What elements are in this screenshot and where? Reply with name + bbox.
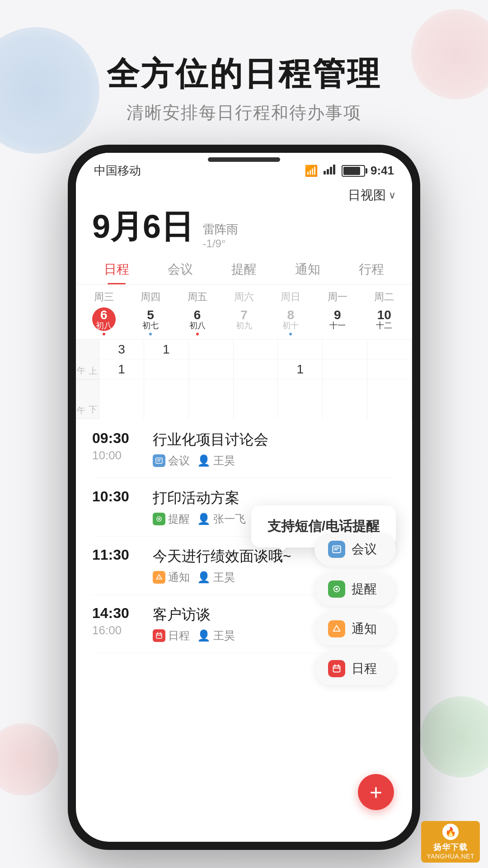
cal-col-4: 1	[278, 340, 323, 419]
week-header: 周三 6初八 周四 5初七	[80, 290, 408, 335]
wifi-icon: 📶	[305, 165, 318, 177]
svg-rect-12	[156, 633, 162, 638]
bg-decoration-green	[420, 696, 488, 778]
weather-temp: -1/9°	[203, 237, 238, 250]
watermark-icon: 🔥	[442, 824, 459, 840]
cal-col-2	[189, 340, 234, 419]
date-header: 9月6日 雷阵雨 -1/9°	[76, 206, 412, 254]
weather-info: 雷阵雨 -1/9°	[203, 222, 238, 250]
notify-icon-2	[153, 571, 165, 584]
cal-col-6	[367, 340, 412, 419]
reminder-icon-1	[153, 513, 165, 525]
carrier-label: 中国移动	[94, 163, 141, 179]
week-day-sat[interactable]: 周六 7初九	[221, 290, 267, 335]
schedule-time-0: 09:30 10:00	[92, 430, 142, 462]
tab-bar: 日程 会议 提醒 通知 行程	[76, 254, 412, 285]
week-day-fri[interactable]: 周五 6初八	[174, 290, 221, 335]
tab-meeting[interactable]: 会议	[149, 254, 212, 284]
svg-rect-18	[334, 549, 338, 550]
time-label-afternoon: 下午	[76, 379, 99, 419]
time-label-morning: 上午	[76, 340, 99, 379]
schedule-icon-3	[153, 629, 165, 642]
battery-icon	[342, 165, 365, 177]
phone-notch	[208, 157, 280, 162]
hero-section: 全方位的日程管理 清晰安排每日行程和待办事项	[0, 0, 488, 124]
svg-point-20	[336, 588, 338, 590]
svg-rect-6	[157, 461, 160, 462]
phone-screen: 中国移动 📶 9:41	[76, 153, 412, 842]
quick-btn-schedule[interactable]: 日程	[314, 652, 396, 685]
week-calendar: 周三 6初八 周四 5初七	[76, 285, 412, 339]
phone-frame: 中国移动 📶 9:41	[68, 145, 420, 850]
schedule-item-0[interactable]: 09:30 10:00 行业化项目讨论会 会议	[92, 420, 396, 478]
chevron-down-icon: ∨	[389, 189, 396, 201]
quick-schedule-icon	[328, 660, 345, 677]
quick-notify-label: 通知	[352, 620, 377, 637]
person-3: 👤 王昊	[197, 628, 235, 643]
status-icons: 📶 9:41	[305, 164, 394, 178]
tag-reminder-1: 提醒	[153, 512, 190, 526]
watermark: 🔥 扬华下载 YANGHUA.NET	[421, 821, 480, 863]
cal-col-0: 3 1	[99, 340, 144, 419]
weather-condition: 雷阵雨	[203, 222, 238, 237]
app-header: 日视图 ∨	[76, 183, 412, 206]
tag-notify-2: 通知	[153, 570, 190, 585]
week-day-wed[interactable]: 周三 6初八	[80, 290, 127, 335]
view-label: 日视图	[348, 187, 386, 204]
quick-reminder-icon	[328, 580, 345, 598]
cal-col-3	[234, 340, 278, 419]
person-0: 👤 王昊	[197, 453, 235, 468]
quick-btn-reminder[interactable]: 提醒	[314, 572, 396, 606]
week-day-mon[interactable]: 周一 9十一	[314, 290, 361, 335]
svg-rect-22	[333, 666, 340, 672]
person-2: 👤 王昊	[197, 570, 235, 585]
view-selector[interactable]: 日视图 ∨	[348, 187, 396, 204]
svg-point-11	[159, 578, 160, 579]
cal-col-1: 1	[144, 340, 189, 419]
schedule-content-0: 行业化项目讨论会 会议 👤 王昊	[153, 430, 396, 468]
hero-subtitle: 清晰安排每日行程和待办事项	[0, 101, 488, 124]
calendar-grid: 上午 下午 3 1 1	[76, 339, 412, 419]
quick-btn-meeting[interactable]: 会议	[314, 533, 396, 566]
date-display: 9月6日	[92, 208, 193, 245]
time-display: 9:41	[371, 164, 394, 178]
svg-rect-0	[324, 171, 326, 175]
svg-marker-21	[333, 626, 340, 632]
week-day-tue[interactable]: 周二 10十二	[361, 290, 408, 335]
tab-trip[interactable]: 行程	[339, 254, 403, 284]
fab-add-button[interactable]: +	[358, 774, 394, 810]
hero-title: 全方位的日程管理	[0, 54, 488, 93]
svg-rect-3	[333, 165, 335, 175]
tab-schedule[interactable]: 日程	[85, 254, 149, 284]
signal-icon	[324, 165, 336, 177]
time-labels-col: 上午 下午	[76, 340, 99, 419]
tab-notify[interactable]: 通知	[276, 254, 339, 284]
quick-meeting-label: 会议	[352, 541, 377, 558]
quick-meeting-icon	[328, 541, 345, 558]
tag-schedule-3: 日程	[153, 628, 190, 643]
schedule-time-2: 11:30	[92, 547, 142, 563]
schedule-time-3: 14:30 16:00	[92, 605, 142, 637]
quick-reminder-label: 提醒	[352, 580, 377, 598]
tab-reminder[interactable]: 提醒	[212, 254, 276, 284]
person-1: 👤 张一飞	[197, 512, 246, 526]
svg-rect-5	[157, 459, 161, 460]
svg-rect-17	[334, 547, 340, 548]
battery-fill	[343, 167, 360, 175]
phone-mockup: 中国移动 📶 9:41	[68, 145, 420, 850]
watermark-text: 扬华下载	[433, 842, 468, 853]
svg-point-8	[158, 518, 160, 520]
calendar-days-grid: 3 1 1	[99, 340, 412, 419]
quick-notify-icon	[328, 620, 345, 637]
quick-schedule-label: 日程	[352, 660, 377, 677]
quick-btn-notify[interactable]: 通知	[314, 612, 396, 646]
watermark-url: YANGHUA.NET	[427, 853, 474, 860]
quick-actions-panel: 会议 提醒 通知 日程	[314, 533, 396, 685]
tag-meeting-0: 会议	[153, 453, 190, 468]
week-day-sun[interactable]: 周日 8初十	[267, 290, 314, 335]
bg-decoration-pink2	[0, 723, 59, 796]
svg-rect-1	[327, 169, 329, 175]
meeting-icon-0	[153, 454, 165, 467]
week-day-thu[interactable]: 周四 5初七	[127, 290, 174, 335]
schedule-time-1: 10:30	[92, 488, 142, 505]
